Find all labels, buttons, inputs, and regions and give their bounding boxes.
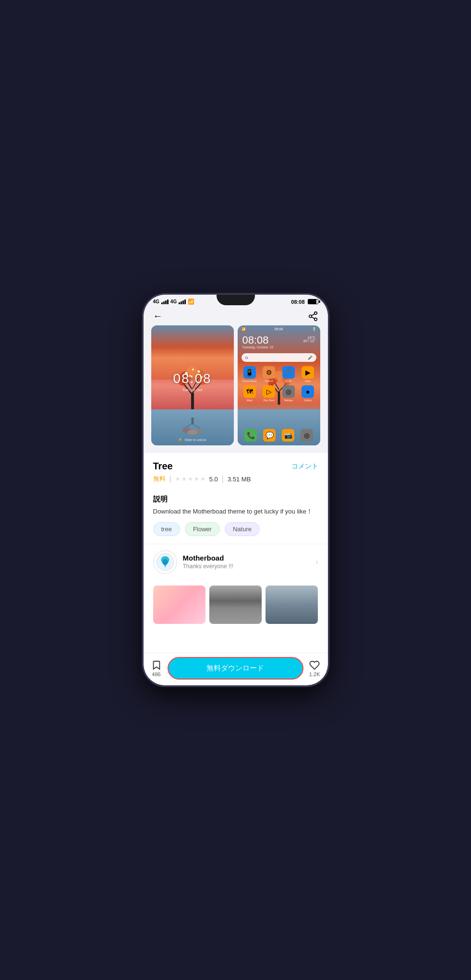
star-rating: ★ ★ ★ ★ ★ (175, 476, 205, 482)
phone-frame: 4G 4G 📶 08:08 (142, 293, 329, 687)
homescreen-preview: 📶 08:08 🔋 08:08 18°C 20°/ 12° Tuesday, O… (238, 325, 320, 445)
bottom-bar: 486 無料ダウンロード 1.2K (144, 653, 328, 685)
comment-link[interactable]: コメント (291, 462, 318, 471)
star-4: ★ (194, 476, 199, 482)
dock: 📞 💬 📷 ◎ (242, 429, 316, 442)
svg-line-3 (311, 317, 314, 319)
signal-4g-1: 4G (153, 299, 159, 304)
ls-unlock: 🔒 Slide to unlock (178, 438, 206, 442)
mini-preview-3 (266, 586, 318, 624)
scroll-area[interactable]: ← (144, 307, 328, 653)
developer-arrow-icon: › (315, 558, 318, 566)
svg-rect-5 (191, 393, 194, 409)
spacer (144, 630, 328, 653)
download-label: 無料ダウンロード (206, 664, 264, 672)
description-text: Download the Motherboad theme to get luc… (153, 507, 318, 516)
tag-flower[interactable]: Flower (185, 522, 220, 536)
share-icon[interactable] (308, 311, 318, 322)
svg-point-1 (309, 315, 312, 318)
description-title: 説明 (153, 495, 318, 504)
file-size: 3.51 MB (228, 476, 251, 483)
hs-search: G 🎤 (242, 353, 316, 362)
ls-time: 08:08 (173, 371, 211, 386)
heart-button[interactable]: 1.2K (309, 660, 320, 677)
battery-icon (308, 299, 318, 304)
free-badge: 無料 (153, 475, 166, 483)
developer-subtitle: Thanks everyone !!! (183, 563, 310, 570)
developer-name: Motherboad (183, 554, 310, 562)
app-title: Tree (153, 461, 173, 472)
battery-fill (308, 299, 316, 304)
preview-container: 08:08 Tue. 16 Oct 🔒 Slide to unlock 📶 08… (144, 325, 328, 453)
hs-status: 📶 08:08 🔋 (242, 327, 316, 331)
heart-count: 1.2K (309, 671, 320, 677)
lockscreen-preview: 08:08 Tue. 16 Oct 🔒 Slide to unlock (151, 325, 234, 445)
hs-weather: 18°C 20°/ 12° (303, 336, 315, 343)
tag-nature[interactable]: Nature (225, 522, 260, 536)
developer-logo (156, 552, 175, 572)
download-button[interactable]: 無料ダウンロード (168, 657, 303, 680)
mini-preview-2 (209, 586, 262, 624)
phone-screen: 4G 4G 📶 08:08 (144, 295, 328, 685)
signal-bars-1 (161, 299, 169, 304)
wifi-icon: 📶 (188, 299, 194, 305)
mini-preview-1 (153, 586, 205, 624)
signal-bars-2 (179, 299, 186, 304)
svg-line-21 (185, 423, 193, 428)
star-2: ★ (181, 476, 187, 482)
status-time: 08:08 (291, 299, 304, 305)
tag-tree[interactable]: tree (153, 522, 180, 536)
developer-avatar (153, 550, 177, 574)
svg-point-17 (192, 369, 194, 370)
bookmark-icon (151, 660, 162, 670)
developer-info: Motherboad Thanks everyone !!! (183, 554, 310, 570)
star-1: ★ (175, 476, 181, 482)
app-title-row: Tree コメント (153, 461, 318, 472)
top-nav: ← (144, 307, 328, 325)
star-3: ★ (188, 476, 193, 482)
tags-section: tree Flower Nature (144, 522, 328, 544)
notch (217, 295, 255, 305)
signal-4g-2: 4G (170, 299, 177, 304)
star-5: ★ (200, 476, 205, 482)
status-left: 4G 4G 📶 (153, 299, 195, 305)
hs-time: 08:08 (242, 334, 269, 347)
developer-section[interactable]: Motherboad Thanks everyone !!! › (144, 544, 328, 580)
bookmark-count: 486 (152, 671, 160, 677)
meta-divider-2: | (222, 475, 224, 483)
svg-point-0 (314, 311, 317, 314)
bookmark-button[interactable]: 486 (151, 660, 162, 677)
svg-line-22 (193, 424, 200, 429)
ls-date: Tue. 16 Oct (182, 388, 203, 392)
heart-icon (309, 660, 320, 670)
meta-divider: | (169, 475, 171, 483)
back-button[interactable]: ← (153, 311, 163, 322)
status-right: 08:08 (291, 299, 318, 305)
app-grid: 📱Phone Muma ⚙Themes 🎵Music ▶Video 🗺Maps … (242, 366, 316, 402)
rating-value: 5.0 (209, 476, 218, 483)
app-meta: 無料 | ★ ★ ★ ★ ★ 5.0 | 3.51 MB (153, 475, 318, 483)
description-section: 説明 Download the Motherboad theme to get … (144, 495, 328, 522)
svg-line-4 (311, 313, 314, 315)
svg-point-2 (314, 318, 317, 321)
hs-date: Tuesday, October 16 (242, 346, 274, 349)
more-previews (144, 580, 328, 630)
app-info: Tree コメント 無料 | ★ ★ ★ ★ ★ 5.0 | 3.51 MB (144, 453, 328, 495)
